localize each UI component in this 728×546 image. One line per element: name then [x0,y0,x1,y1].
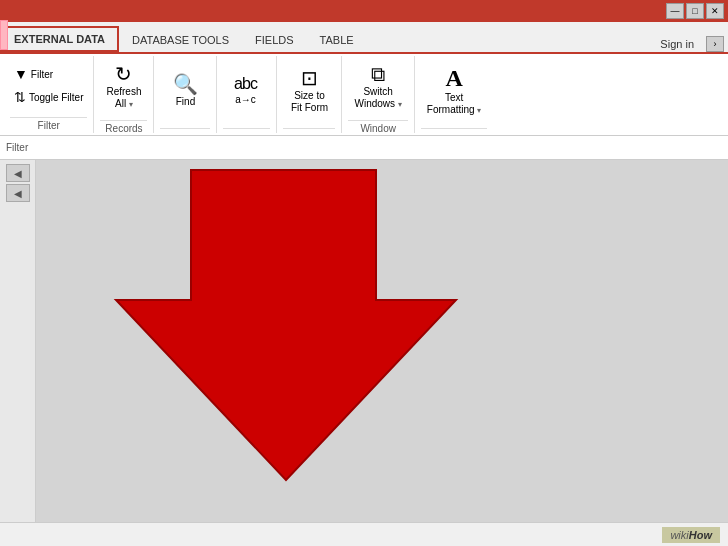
nav-collapse2-icon: ◀ [14,188,22,199]
nav-collapse-button[interactable]: ◀ [6,164,30,182]
filter-icon: ▼ [14,66,28,82]
refresh-label: RefreshAll ▾ [106,86,141,110]
records-group-content: ↻ RefreshAll ▾ [100,58,147,120]
size-fit-label: Size toFit Form [291,90,328,114]
filter-group-label: Filter [10,117,87,131]
tab-table[interactable]: TABLE [307,26,367,52]
pink-marker [0,20,8,50]
status-bar: wikiHow [0,522,728,546]
title-bar: — □ ✕ [0,0,728,22]
toggle-filter-label: Toggle Filter [29,92,83,103]
window-group-label: Window [348,120,407,134]
wikihow-bold: How [689,529,712,541]
text-formatting-button[interactable]: A TextFormatting ▾ [421,62,488,120]
window-group-content: ⧉ SwitchWindows ▾ [348,58,407,120]
replace-icon: abc [234,76,257,92]
size-group: ⊡ Size toFit Form [277,56,342,133]
find-group-content: 🔍 Find [160,58,210,128]
records-group: ↻ RefreshAll ▾ Records [94,56,154,133]
wikihow-prefix: wiki [670,529,688,541]
nav-collapse2-button[interactable]: ◀ [6,184,30,202]
arrow-overlay [36,160,728,522]
find-group: 🔍 Find [154,56,217,133]
ribbon-right-controls: Sign in › [652,36,728,52]
sign-in-button[interactable]: Sign in [652,36,702,52]
refresh-icon: ↻ [115,64,132,84]
ribbon-expand-button[interactable]: › [706,36,724,52]
size-group-label [283,128,335,131]
close-button[interactable]: ✕ [706,3,724,19]
window-group: ⧉ SwitchWindows ▾ Window [342,56,414,133]
text-formatting-icon: A [445,66,462,90]
find-group-label [160,128,210,131]
records-group-label: Records [100,120,147,134]
filter-group-content: ▼ Filter ⇅ Toggle Filter [10,58,87,117]
text-group-content: abc a→c [223,58,270,128]
toggle-filter-button[interactable]: ⇅ Toggle Filter [10,86,87,108]
maximize-button[interactable]: □ [686,3,704,19]
ribbon-tabs: EXTERNAL DATA DATABASE TOOLS FIELDS TABL… [0,22,728,54]
text-formatting-group-content: A TextFormatting ▾ [421,58,488,128]
content-area [36,160,728,522]
switch-windows-button[interactable]: ⧉ SwitchWindows ▾ [348,58,407,116]
find-icon: 🔍 [173,74,198,94]
find-button[interactable]: 🔍 Find [160,62,210,120]
size-fit-button[interactable]: ⊡ Size toFit Form [283,62,335,120]
main-content: ◀ ◀ [0,160,728,522]
window-controls: — □ ✕ [666,3,724,19]
minimize-button[interactable]: — [666,3,684,19]
nav-panel: ◀ ◀ [0,160,36,522]
filter-bar-label: Filter [6,142,28,153]
text-group: abc a→c [217,56,277,133]
toggle-filter-icon: ⇅ [14,89,26,105]
find-label: Find [176,96,195,108]
filter-label: Filter [31,69,53,80]
text-group-label [223,128,270,131]
size-group-content: ⊡ Size toFit Form [283,58,335,128]
size-fit-icon: ⊡ [301,68,318,88]
switch-windows-icon: ⧉ [371,64,385,84]
refresh-all-button[interactable]: ↻ RefreshAll ▾ [100,58,147,116]
text-formatting-group-label [421,128,488,131]
switch-windows-label: SwitchWindows ▾ [354,86,401,110]
filter-stack: ▼ Filter ⇅ Toggle Filter [10,63,87,108]
replace-button[interactable]: abc a→c [223,62,267,120]
nav-collapse-icon: ◀ [14,168,22,179]
ribbon-toolbar: ▼ Filter ⇅ Toggle Filter Filter ↻ Refres… [0,54,728,136]
filter-area: Filter [0,136,728,160]
tab-external-data[interactable]: EXTERNAL DATA [0,26,119,52]
text-formatting-label: TextFormatting ▾ [427,92,482,116]
tab-fields[interactable]: FIELDS [242,26,307,52]
filter-button[interactable]: ▼ Filter [10,63,87,85]
text-formatting-group: A TextFormatting ▾ [415,56,494,133]
tab-database-tools[interactable]: DATABASE TOOLS [119,26,242,52]
svg-marker-0 [116,170,456,480]
replace-label: a→c [235,94,256,106]
wikihow-badge: wikiHow [662,527,720,543]
filter-group: ▼ Filter ⇅ Toggle Filter Filter [4,56,94,133]
